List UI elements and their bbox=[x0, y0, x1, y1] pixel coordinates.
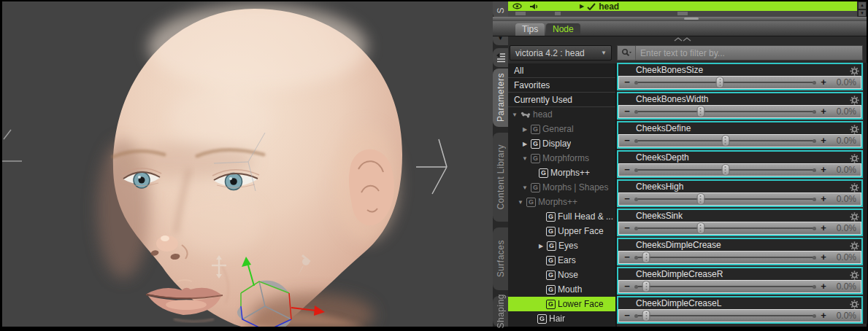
tree-item-favorites[interactable]: Favorites bbox=[508, 78, 615, 93]
tree-item-nose[interactable]: G Nose bbox=[508, 268, 615, 282]
scroll-down-button[interactable]: ▼ bbox=[858, 9, 867, 17]
slider-track[interactable] bbox=[633, 222, 818, 235]
side-tab-parameters[interactable]: Parameters bbox=[493, 69, 508, 127]
slider-handle[interactable] bbox=[642, 310, 650, 322]
tree-item-full-head[interactable]: G Full Head & ... bbox=[508, 209, 615, 224]
tree-item-morphs[interactable]: ▼ G Morphs++ bbox=[508, 195, 615, 209]
filter-bar bbox=[617, 45, 863, 61]
tab-tips[interactable]: Tips bbox=[515, 23, 545, 36]
tree-item-label: Morphs++ bbox=[550, 168, 590, 178]
side-tab-surfaces[interactable]: Surfaces bbox=[493, 227, 508, 290]
slider-track[interactable] bbox=[633, 76, 818, 89]
tree-item-display[interactable]: ▶ G Display bbox=[508, 136, 615, 151]
splitter-grip[interactable] bbox=[684, 17, 699, 20]
slider-track[interactable] bbox=[633, 280, 818, 293]
sliders-scrollbar[interactable] bbox=[864, 63, 867, 324]
side-tab-strip: S ▲ ▼ Parameters Content Library Surface… bbox=[493, 1, 508, 327]
filter-input[interactable] bbox=[636, 46, 862, 60]
parameter-block-cheekssink: CheeksSink − + 0.0% bbox=[617, 209, 863, 236]
group-icon: G bbox=[539, 168, 548, 178]
tree-item-ears[interactable]: G Ears bbox=[508, 253, 615, 268]
slider-track[interactable] bbox=[633, 134, 818, 147]
decrement-button[interactable]: − bbox=[621, 77, 633, 88]
slider-handle[interactable] bbox=[642, 281, 650, 292]
collapse-icon[interactable]: ▼ bbox=[517, 199, 524, 206]
slider-track[interactable] bbox=[633, 251, 818, 264]
expand-icon[interactable]: ▶ bbox=[537, 243, 545, 249]
scene-row-partial[interactable] bbox=[508, 11, 857, 17]
collapse-icon[interactable]: ▼ bbox=[511, 112, 518, 118]
tree-item-upper-face[interactable]: G Upper Face bbox=[508, 224, 615, 238]
scene-scrollbar[interactable]: ▲ ▼ bbox=[858, 1, 867, 17]
scene-selected-row[interactable]: ▶ head bbox=[508, 1, 857, 11]
increment-button[interactable]: + bbox=[818, 135, 829, 147]
group-icon: G bbox=[546, 227, 556, 236]
tree-item-lower-face[interactable]: G Lower Face bbox=[508, 297, 615, 311]
application-window: S ▲ ▼ Parameters Content Library Surface… bbox=[0, 0, 868, 331]
expand-icon[interactable]: ▶ bbox=[521, 126, 529, 133]
parameter-name: CheeksDimpleCrease bbox=[636, 240, 721, 251]
viewport-3d[interactable] bbox=[2, 1, 493, 327]
slider-handle[interactable] bbox=[721, 164, 729, 176]
pane-options-menu-button[interactable] bbox=[493, 48, 508, 67]
slider-handle[interactable] bbox=[721, 135, 729, 147]
decrement-button[interactable]: − bbox=[621, 222, 633, 234]
increment-button[interactable]: + bbox=[818, 281, 829, 292]
decrement-button[interactable]: − bbox=[621, 252, 633, 263]
parameter-name: CheeksHigh bbox=[636, 182, 683, 192]
decrement-button[interactable]: − bbox=[621, 310, 633, 322]
decrement-button[interactable]: − bbox=[621, 281, 633, 292]
node-selector-dropdown[interactable]: victoria 4.2 : head ▼ bbox=[510, 45, 612, 61]
tree-item-hair[interactable]: G Hair bbox=[508, 311, 615, 326]
node-check-icon bbox=[587, 3, 596, 10]
slider-track[interactable] bbox=[633, 163, 818, 176]
tree-item-morphs[interactable]: G Morphs++ bbox=[508, 166, 615, 180]
tree-item-morphs-shapes[interactable]: ▼ G Morphs | Shapes bbox=[508, 180, 615, 195]
expand-icon[interactable]: ▶ bbox=[580, 3, 584, 9]
parameter-value: 0.0% bbox=[829, 252, 861, 262]
expand-icon[interactable]: ▶ bbox=[521, 141, 529, 147]
slider-track[interactable] bbox=[633, 309, 818, 322]
slider-track[interactable] bbox=[633, 105, 818, 118]
tree-item-eyes[interactable]: ▶ G Eyes bbox=[508, 238, 615, 253]
tree-item-currently-used[interactable]: Currently Used bbox=[508, 93, 615, 107]
increment-button[interactable]: + bbox=[818, 222, 829, 234]
visibility-eye-icon[interactable] bbox=[512, 3, 522, 9]
increment-button[interactable]: + bbox=[818, 164, 829, 176]
parameter-block-cheeksdimplecrease: CheeksDimpleCrease − + 0.0% bbox=[617, 238, 863, 265]
increment-button[interactable]: + bbox=[818, 77, 829, 88]
decrement-button[interactable]: − bbox=[621, 106, 633, 117]
search-icon[interactable] bbox=[618, 46, 636, 60]
tree-item-label: All bbox=[514, 66, 523, 76]
collapse-icon[interactable]: ▼ bbox=[521, 184, 529, 191]
tree-item-label: Ears bbox=[558, 255, 576, 265]
collapse-icon[interactable]: ▼ bbox=[521, 155, 529, 162]
increment-button[interactable]: + bbox=[818, 193, 829, 205]
tree-item-head[interactable]: ▼ head bbox=[508, 107, 615, 122]
decrement-button[interactable]: − bbox=[621, 164, 633, 176]
tree-item-mouth[interactable]: G Mouth bbox=[508, 282, 615, 297]
slider-handle[interactable] bbox=[696, 106, 704, 117]
slider-handle[interactable] bbox=[716, 77, 724, 88]
slider-track[interactable] bbox=[633, 192, 818, 206]
decrement-button[interactable]: − bbox=[621, 135, 633, 147]
slider-handle[interactable] bbox=[696, 193, 704, 205]
increment-button[interactable]: + bbox=[818, 106, 829, 117]
side-tab-shaping[interactable]: Shaping bbox=[493, 296, 508, 327]
audition-icon[interactable] bbox=[529, 3, 539, 10]
decrement-button[interactable]: − bbox=[621, 193, 633, 205]
tree-item-label: head bbox=[533, 109, 553, 120]
slider-handle[interactable] bbox=[696, 222, 704, 234]
node-icon bbox=[677, 12, 688, 15]
tree-item-label: Morphs | Shapes bbox=[542, 182, 609, 192]
tree-item-all[interactable]: All bbox=[508, 63, 615, 78]
slider-handle[interactable] bbox=[642, 252, 650, 263]
increment-button[interactable]: + bbox=[818, 252, 829, 263]
tab-node[interactable]: Node bbox=[546, 23, 580, 36]
collapse-grip-icon[interactable] bbox=[673, 37, 692, 42]
tree-item-general[interactable]: ▶ G General bbox=[508, 122, 615, 136]
increment-button[interactable]: + bbox=[818, 310, 829, 322]
tree-item-morphforms[interactable]: ▼ G Morphforms bbox=[508, 151, 615, 166]
side-tab-content-library[interactable]: Content Library bbox=[493, 133, 508, 222]
scroll-up-button[interactable]: ▲ bbox=[858, 1, 867, 9]
